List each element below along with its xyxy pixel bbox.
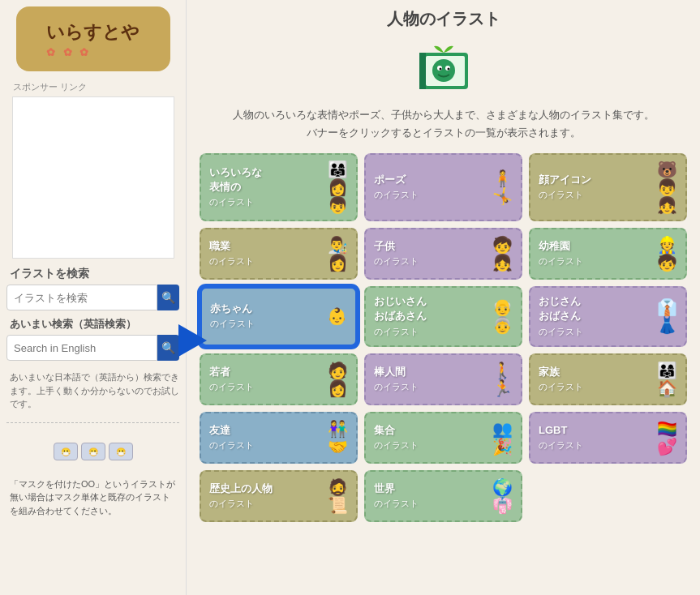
cat-label-youth: 若者のイラスト [209, 365, 254, 394]
category-baby[interactable]: 赤ちゃんのイラスト 👶 [200, 286, 358, 347]
category-kindergarten[interactable]: 幼稚園のイラスト 👷🧒 [529, 228, 687, 280]
page-title: 人物のイラスト [200, 8, 687, 30]
logo-flowers: ✿ ✿ ✿ [46, 46, 140, 58]
cat-label-stick-figures: 棒人間のイラスト [374, 365, 419, 394]
category-world[interactable]: 世界のイラスト 🌍👘 [364, 470, 522, 522]
cat-label-lgbt: LGBTのイラスト [539, 423, 583, 452]
cat-label-world: 世界のイラスト [374, 482, 419, 511]
cat-illus-baby: 👶 [327, 308, 347, 324]
logo-area: いらすとや ✿ ✿ ✿ [16, 6, 170, 71]
english-search-button[interactable]: 🔍 [157, 335, 179, 361]
sidebar: いらすとや ✿ ✿ ✿ スポンサー リンク イラストを検索 🔍 あいまい検索（英… [0, 0, 187, 595]
mask-icon-3: 😷 [109, 443, 133, 460]
cat-illus-poses: 🧍🤸 [492, 170, 513, 204]
cat-illus-uncle-aunt: 👔👗 [657, 299, 677, 333]
fuzzy-label: あいまい検索（英語検索） [10, 317, 136, 332]
category-lgbt[interactable]: LGBTのイラスト 🏳️‍🌈💕 [529, 412, 687, 464]
cat-illus-friends: 👫🤝 [328, 421, 348, 455]
cat-illus-jobs: 👨‍🎨👩 [328, 237, 348, 271]
cat-label-grandparents: おじいさんおばあさんのイラスト [374, 294, 427, 339]
fuzzy-desc: あいまいな日本語で（英語から）検索できます。上手く動くか分からないのでお試しです… [10, 370, 179, 411]
cat-illus-groups: 👥🎉 [492, 421, 513, 455]
english-search-row: 🔍 [6, 335, 179, 361]
cat-illus-expressions: 👨‍👩‍👧👩👦 [328, 161, 348, 213]
hero-desc-line2: バナーをクリックするとイラストの一覧が表示されます。 [200, 124, 687, 142]
ad-box [12, 96, 174, 259]
cat-label-kindergarten: 幼稚園のイラスト [539, 239, 583, 268]
search-input[interactable] [6, 285, 157, 310]
category-groups[interactable]: 集合のイラスト 👥🎉 [364, 412, 522, 464]
cat-illus-world: 🌍👘 [492, 479, 513, 513]
main-content: 人物のイラスト 人物のいろいろな表情やポーズ、子供から大人まで、さまざまな人物の… [187, 0, 700, 595]
mask-section: 😷 😷 😷 「マスクを付けたOO」というイラストが無い場合はマスク単体と既存のイ… [6, 422, 179, 518]
mask-icon-2: 😷 [81, 443, 105, 460]
cat-label-face-icons: 顔アイコンのイラスト [539, 173, 591, 202]
cat-illus-youth: 🧑👩 [328, 362, 348, 396]
category-youth[interactable]: 若者のイラスト 🧑👩 [200, 353, 358, 405]
mask-image: 😷 😷 😷 [45, 430, 142, 474]
mascot-icon [411, 36, 476, 101]
mask-icon-1: 😷 [54, 443, 78, 460]
english-search-input[interactable] [6, 335, 157, 361]
hero-description: 人物のいろいろな表情やポーズ、子供から大人まで、さまざまな人物のイラスト集です。… [200, 106, 687, 142]
svg-point-8 [447, 68, 449, 71]
cat-label-friends: 友達のイラスト [209, 423, 254, 452]
category-expressions[interactable]: いろいろな表情ののイラスト 👨‍👩‍👧👩👦 [200, 153, 358, 221]
cat-illus-kindergarten: 👷🧒 [657, 237, 677, 271]
category-jobs[interactable]: 職業のイラスト 👨‍🎨👩 [200, 228, 358, 280]
svg-rect-2 [419, 53, 426, 89]
category-grid: いろいろな表情ののイラスト 👨‍👩‍👧👩👦 ポーズのイラスト 🧍🤸 顔アイコンの… [200, 153, 687, 522]
cat-label-baby: 赤ちゃんのイラスト [210, 302, 255, 331]
cat-illus-grandparents: 👴👵 [492, 299, 513, 333]
cat-label-children: 子供のイラスト [374, 239, 419, 268]
category-poses[interactable]: ポーズのイラスト 🧍🤸 [364, 153, 522, 221]
category-friends[interactable]: 友達のイラスト 👫🤝 [200, 412, 358, 464]
category-family[interactable]: 家族のイラスト 👨‍👩‍👧🏠 [529, 353, 687, 405]
cat-label-expressions: いろいろな表情ののイラスト [209, 165, 262, 210]
hero-desc-line1: 人物のいろいろな表情やポーズ、子供から大人まで、さまざまな人物のイラスト集です。 [200, 106, 687, 124]
cat-illus-stick-figures: 🚶🏃 [492, 362, 513, 396]
svg-point-7 [439, 68, 441, 71]
category-grandparents[interactable]: おじいさんおばあさんのイラスト 👴👵 [364, 286, 522, 347]
sponsor-label: スポンサー リンク [13, 81, 87, 93]
category-children[interactable]: 子供のイラスト 🧒👧 [364, 228, 522, 280]
search-button[interactable]: 🔍 [157, 285, 179, 310]
cat-label-uncle-aunt: おじさんおばさんのイラスト [539, 294, 583, 339]
cat-illus-historical: 🧔📜 [328, 479, 348, 513]
search-section-label: イラストを検索 [10, 267, 89, 281]
category-stick-figures[interactable]: 棒人間のイラスト 🚶🏃 [364, 353, 522, 405]
category-face-icons[interactable]: 顔アイコンのイラスト 🐻👦👧 [529, 153, 687, 221]
cat-illus-children: 🧒👧 [492, 237, 513, 271]
category-uncle-aunt[interactable]: おじさんおばさんのイラスト 👔👗 [529, 286, 687, 347]
logo-text: いらすとや [46, 20, 140, 45]
cat-illus-lgbt: 🏳️‍🌈💕 [657, 421, 677, 455]
cat-label-poses: ポーズのイラスト [374, 173, 419, 202]
cat-illus-face-icons: 🐻👦👧 [657, 161, 677, 213]
cat-illus-family: 👨‍👩‍👧🏠 [657, 362, 677, 396]
cat-label-historical: 歴史上の人物のイラスト [209, 482, 273, 511]
svg-point-4 [432, 59, 455, 82]
category-historical[interactable]: 歴史上の人物のイラスト 🧔📜 [200, 470, 358, 522]
mask-text: 「マスクを付けたOO」というイラストが無い場合はマスク単体と既存のイラストを組み… [6, 477, 179, 518]
search-row: 🔍 [6, 285, 179, 310]
cat-label-jobs: 職業のイラスト [209, 239, 254, 268]
cat-label-family: 家族のイラスト [539, 365, 583, 394]
cat-label-groups: 集合のイラスト [374, 423, 419, 452]
